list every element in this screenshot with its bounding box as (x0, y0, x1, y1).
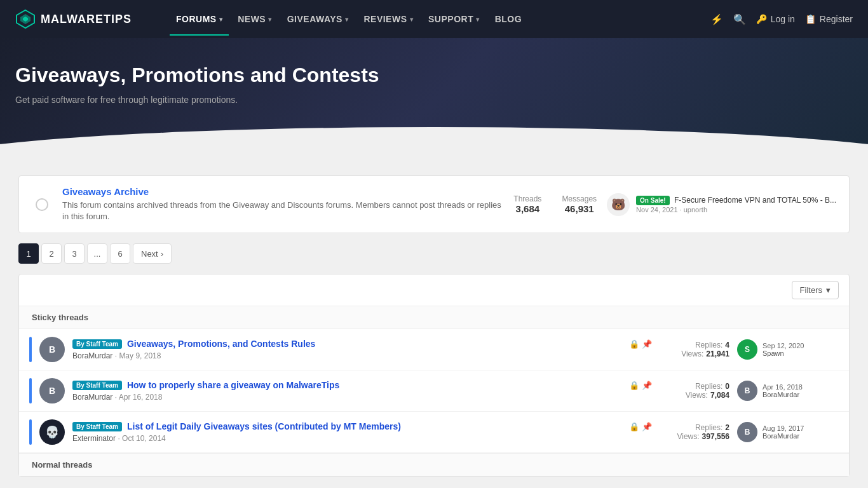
nav-blog[interactable]: BLOG (489, 9, 528, 29)
nav-support[interactable]: SUPPORT ▾ (422, 9, 486, 29)
last-poster-info: Aug 19, 2017 BoraMurdar (763, 424, 804, 440)
page-2-button[interactable]: 2 (41, 243, 62, 264)
thread-icons: 🔒 📌 (629, 381, 652, 390)
hero-banner: Giveaways, Promotions and Contests Get p… (0, 38, 868, 165)
chevron-down-icon: ▾ (410, 16, 414, 23)
latest-info: On Sale! F-Secure Freedome VPN and TOTAL… (636, 196, 836, 214)
nav-links: FORUMS ▾ NEWS ▾ GIVEAWAYS ▾ REVIEWS ▾ SU… (170, 9, 710, 29)
logo-icon (15, 9, 36, 29)
threads-header: Filters ▾ (19, 274, 849, 306)
lock-icon: 🔒 (629, 422, 639, 431)
staff-badge: By Staff Team (72, 422, 122, 431)
nav-giveaways[interactable]: GIVEAWAYS ▾ (281, 9, 355, 29)
chevron-down-icon: ▾ (345, 16, 349, 23)
thread-icons: 🔒 📌 (629, 339, 652, 349)
avatar: B (39, 378, 65, 403)
pin-icon: 📌 (642, 422, 652, 431)
thread-title[interactable]: Giveaways, Promotions, and Contests Rule… (127, 339, 315, 349)
lock-icon: 🔒 (629, 381, 639, 390)
last-poster-avatar: B (737, 422, 757, 442)
page-1-button[interactable]: 1 (18, 243, 39, 264)
search-button[interactable]: 🔍 (733, 13, 746, 25)
login-button[interactable]: 🔑 Log in (756, 14, 795, 24)
archive-circle (36, 198, 48, 211)
thread-last-activity: S Sep 12, 2020 Spawn (737, 339, 839, 360)
normal-section-label: Normal threads (19, 453, 849, 476)
thread-meta: BoraMurdar · May 9, 2018 (72, 351, 652, 360)
thread-row: B By Staff Team How to properly share a … (19, 370, 849, 412)
thread-info: By Staff Team List of Legit Daily Giveaw… (72, 421, 652, 443)
filters-button[interactable]: Filters ▾ (792, 281, 839, 299)
on-sale-badge: On Sale! (636, 196, 670, 205)
thread-last-activity: B Apr 16, 2018 BoraMurdar (737, 381, 839, 401)
thread-info: By Staff Team How to properly share a gi… (72, 380, 652, 402)
lightning-icon: ⚡ (710, 13, 723, 25)
thread-title-row: By Staff Team Giveaways, Promotions, and… (72, 339, 652, 349)
latest-meta: Nov 24, 2021 · upnorth (636, 206, 836, 214)
next-page-button[interactable]: Next › (133, 243, 172, 264)
archive-info: Giveaways Archive This forum contains ar… (62, 186, 503, 222)
lock-icon: 🔒 (629, 339, 639, 349)
pagination: 1 2 3 ... 6 Next › (18, 243, 850, 264)
avatar: 💀 (39, 419, 65, 445)
search-icon: 🔍 (733, 13, 746, 25)
thread-title[interactable]: How to properly share a giveaway on Malw… (127, 380, 339, 390)
nav-forums[interactable]: FORUMS ▾ (170, 9, 229, 29)
staff-badge: By Staff Team (72, 381, 122, 390)
thread-title-row: By Staff Team How to properly share a gi… (72, 380, 652, 390)
thread-icons: 🔒 📌 (629, 422, 652, 431)
thread-stats: Replies: 4 Views: 21,941 (660, 341, 729, 358)
thread-title[interactable]: List of Legit Daily Giveaways sites (Con… (127, 421, 401, 431)
thread-meta: Exterminator · Oct 10, 2014 (72, 434, 652, 443)
archive-stats: Threads 3,684 Messages 46,931 (513, 194, 597, 214)
staff-badge: By Staff Team (72, 339, 122, 349)
last-poster-avatar: B (737, 381, 757, 401)
page-title: Giveaways, Promotions and Contests (15, 64, 853, 87)
logo-text: MALWARETIPS (41, 13, 132, 26)
main-content: Giveaways Archive This forum contains ar… (8, 165, 860, 487)
page-ellipsis[interactable]: ... (87, 243, 107, 264)
chevron-down-icon: ▾ (476, 16, 480, 23)
archive-latest: 🐻 On Sale! F-Secure Freedome VPN and TOT… (607, 193, 836, 216)
thread-stats: Replies: 2 Views: 397,556 (660, 423, 729, 441)
page-subtitle: Get paid software for free through legit… (15, 95, 853, 105)
sticky-indicator (29, 419, 32, 445)
archive-description: This forum contains archived threads fro… (62, 200, 503, 222)
chevron-down-icon: ▾ (826, 285, 831, 295)
sticky-indicator (29, 337, 32, 362)
archive-icon (32, 194, 52, 215)
latest-thread-title[interactable]: F-Secure Freedome VPN and TOTAL 50% - B.… (674, 196, 836, 205)
register-icon: 📋 (805, 14, 816, 24)
archive-card: Giveaways Archive This forum contains ar… (18, 175, 850, 233)
site-logo[interactable]: MALWARETIPS (15, 9, 132, 29)
nav-reviews[interactable]: REVIEWS ▾ (357, 9, 419, 29)
archive-title[interactable]: Giveaways Archive (62, 186, 503, 197)
thread-row: B By Staff Team Giveaways, Promotions, a… (19, 329, 849, 370)
threads-stat: Threads 3,684 (513, 194, 541, 214)
thread-last-activity: B Aug 19, 2017 BoraMurdar (737, 422, 839, 442)
top-navigation: MALWARETIPS FORUMS ▾ NEWS ▾ GIVEAWAYS ▾ … (0, 0, 868, 38)
last-poster-info: Sep 12, 2020 Spawn (763, 342, 804, 357)
chevron-down-icon: ▾ (219, 16, 223, 23)
thread-info: By Staff Team Giveaways, Promotions, and… (72, 339, 652, 360)
avatar: B (39, 337, 65, 362)
page-3-button[interactable]: 3 (64, 243, 85, 264)
pin-icon: 📌 (642, 339, 652, 349)
pin-icon: 📌 (642, 381, 652, 390)
page-6-button[interactable]: 6 (110, 243, 130, 264)
key-icon: 🔑 (756, 14, 767, 24)
latest-avatar: 🐻 (607, 193, 630, 216)
threads-container: Filters ▾ Sticky threads B By Staff Team… (18, 274, 850, 477)
thread-row: 💀 By Staff Team List of Legit Daily Give… (19, 412, 849, 453)
thread-meta: BoraMurdar · Apr 16, 2018 (72, 393, 652, 402)
chevron-down-icon: ▾ (268, 16, 272, 23)
sticky-section-label: Sticky threads (19, 306, 849, 329)
last-poster-info: Apr 16, 2018 BoraMurdar (763, 383, 803, 398)
sticky-indicator (29, 378, 32, 403)
nav-actions: ⚡ 🔍 🔑 Log in 📋 Register (710, 13, 853, 25)
register-button[interactable]: 📋 Register (805, 14, 853, 24)
messages-stat: Messages 46,931 (562, 194, 597, 214)
nav-news[interactable]: NEWS ▾ (231, 9, 278, 29)
chevron-right-icon: › (161, 249, 163, 259)
notifications-button[interactable]: ⚡ (710, 13, 723, 25)
